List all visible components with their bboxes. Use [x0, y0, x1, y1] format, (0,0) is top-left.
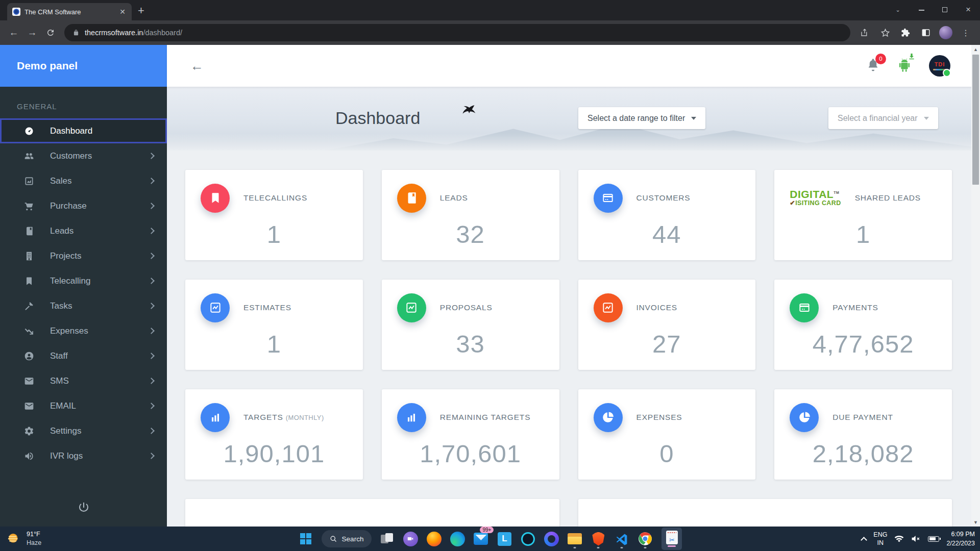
- sidebar-item-settings[interactable]: Settings: [0, 418, 167, 443]
- sidebar-item-staff[interactable]: Staff: [0, 343, 167, 368]
- tab-close-icon[interactable]: ✕: [117, 8, 128, 16]
- clock-widget[interactable]: 6:09 PM 2/22/2023: [946, 530, 975, 548]
- chevron-down-icon: [691, 117, 696, 120]
- window-minimize-button[interactable]: [910, 6, 933, 14]
- window-maximize-button[interactable]: [933, 6, 957, 14]
- download-arrow-icon: [908, 53, 916, 61]
- scroll-down-arrow-icon[interactable]: ▼: [971, 518, 980, 527]
- firefox-button[interactable]: [426, 529, 442, 549]
- weather-widget[interactable]: 91°F Haze: [6, 530, 41, 547]
- stat-card-customers[interactable]: CUSTOMERS 44: [578, 170, 756, 260]
- android-app-download-button[interactable]: [896, 57, 913, 75]
- user-avatar[interactable]: TDI: [929, 55, 950, 77]
- card-value: 44: [594, 220, 741, 248]
- bookmark-icon: [201, 184, 230, 213]
- notifications-button[interactable]: 0: [866, 58, 880, 74]
- credit-card-icon: [594, 184, 623, 213]
- stat-card-estimates[interactable]: ESTIMATES 1: [185, 280, 363, 370]
- stat-card-invoices[interactable]: INVOICES 27: [578, 280, 756, 370]
- stat-card-expenses[interactable]: EXPENSES 0: [578, 389, 756, 480]
- tab-title: The CRM Software: [24, 8, 113, 16]
- browser-tab[interactable]: The CRM Software ✕: [7, 3, 132, 20]
- mail-app-button[interactable]: 99+: [473, 529, 489, 549]
- file-explorer-button[interactable]: [567, 529, 583, 549]
- extensions-puzzle-icon[interactable]: [896, 24, 915, 41]
- stat-card-payments[interactable]: PAYMENTS 4,77,652: [774, 280, 952, 370]
- sidebar-item-customers[interactable]: Customers: [0, 143, 167, 168]
- battery-icon[interactable]: [928, 536, 939, 542]
- chrome-button[interactable]: [637, 529, 653, 549]
- forward-icon[interactable]: →: [23, 24, 41, 41]
- page-scrollbar[interactable]: ▲ ▼: [971, 45, 980, 527]
- hammer-icon: [24, 301, 34, 311]
- edge-button[interactable]: [449, 529, 465, 549]
- l-app-button[interactable]: L: [496, 529, 512, 549]
- video-chat-app-button[interactable]: [402, 529, 419, 549]
- back-icon[interactable]: ←: [5, 24, 22, 41]
- tray-chevron-up-icon[interactable]: [861, 537, 867, 543]
- brave-lion-icon: [592, 532, 604, 546]
- sidebar-item-projects[interactable]: Projects: [0, 243, 167, 268]
- vscode-button[interactable]: [614, 529, 630, 549]
- alexa-button[interactable]: [520, 529, 536, 549]
- browser-profile-avatar[interactable]: [939, 26, 952, 39]
- line-chart-icon: [24, 176, 34, 186]
- sidebar-item-sms[interactable]: SMS: [0, 368, 167, 393]
- folder-icon: [568, 533, 582, 544]
- new-tab-button[interactable]: +: [138, 4, 144, 17]
- snipping-tool-button[interactable]: [660, 529, 683, 549]
- sidebar-item-dashboard[interactable]: Dashboard: [0, 118, 167, 143]
- chrome-icon: [638, 532, 652, 546]
- brave-button[interactable]: [590, 529, 606, 549]
- date-range-filter-dropdown[interactable]: Select a date range to filter: [578, 107, 705, 129]
- financial-year-dropdown[interactable]: Select a financial year: [828, 107, 938, 129]
- kebab-menu-icon[interactable]: ⋮: [957, 24, 975, 41]
- bar-chart-icon: [201, 403, 230, 432]
- stat-card-due-payment[interactable]: DUE PAYMENT 2,18,082: [774, 389, 952, 480]
- line-chart-icon: [397, 293, 426, 322]
- logout-power-button[interactable]: [0, 492, 167, 527]
- window-menu-chevron-icon[interactable]: ⌄: [886, 7, 910, 13]
- stat-card-shared-leads[interactable]: DIGITALTM ✔ISITING CARD SHARED LEADS 1: [774, 170, 952, 260]
- lock-icon: [72, 29, 80, 36]
- scrollbar-thumb[interactable]: [972, 55, 979, 185]
- reload-icon[interactable]: [42, 24, 59, 41]
- address-bar[interactable]: thecrmsoftware.in/dashboard/: [64, 24, 850, 41]
- collapse-sidebar-arrow-icon[interactable]: ←: [190, 58, 204, 74]
- task-view-button[interactable]: [379, 529, 395, 549]
- chevron-right-icon: [148, 203, 155, 209]
- sidebar-item-email[interactable]: EMAIL: [0, 393, 167, 418]
- tray-time: 6:09 PM: [946, 530, 975, 539]
- line-chart-icon: [594, 293, 623, 322]
- taskbar-search[interactable]: Search: [322, 530, 372, 547]
- bookmark-star-icon[interactable]: [876, 24, 894, 41]
- wifi-icon[interactable]: [894, 535, 904, 543]
- chevron-right-icon: [148, 353, 155, 359]
- digital-visiting-card-logo: DIGITALTM ✔ISITING CARD: [790, 189, 841, 207]
- sidebar-item-telecalling[interactable]: Telecalling: [0, 268, 167, 293]
- stat-card-targets[interactable]: TARGETS (MONTHLY) 1,90,101: [185, 389, 363, 480]
- stat-card-remaining-targets[interactable]: REMAINING TARGETS 1,70,601: [382, 389, 559, 480]
- volume-muted-icon[interactable]: [911, 535, 921, 543]
- stat-card-proposals[interactable]: PROPOSALS 33: [382, 280, 559, 370]
- gear-icon: [24, 426, 34, 436]
- language-switcher[interactable]: ENG IN: [873, 531, 887, 547]
- side-panel-icon[interactable]: [917, 24, 935, 41]
- sidebar-item-ivr-logs[interactable]: IVR logs: [0, 443, 167, 468]
- sidebar-item-expenses[interactable]: Expenses: [0, 318, 167, 343]
- window-close-button[interactable]: ×: [957, 5, 980, 15]
- snipping-tool-active-highlight: [662, 528, 682, 550]
- share-icon[interactable]: [855, 24, 874, 41]
- sidebar-item-tasks[interactable]: Tasks: [0, 293, 167, 318]
- start-button[interactable]: [297, 530, 314, 547]
- envelope-icon: [24, 376, 34, 386]
- loop-app-button[interactable]: [543, 529, 559, 549]
- sidebar-item-purchase[interactable]: Purchase: [0, 193, 167, 218]
- stat-card-leads[interactable]: LEADS 32: [382, 170, 559, 260]
- sidebar-item-leads[interactable]: Leads: [0, 218, 167, 243]
- sidebar-item-sales[interactable]: Sales: [0, 168, 167, 193]
- chevron-right-icon: [148, 428, 155, 434]
- scroll-up-arrow-icon[interactable]: ▲: [971, 45, 980, 54]
- stat-card-telecallings[interactable]: TELECALLINGS 1: [185, 170, 363, 260]
- pie-chart-icon: [790, 403, 819, 432]
